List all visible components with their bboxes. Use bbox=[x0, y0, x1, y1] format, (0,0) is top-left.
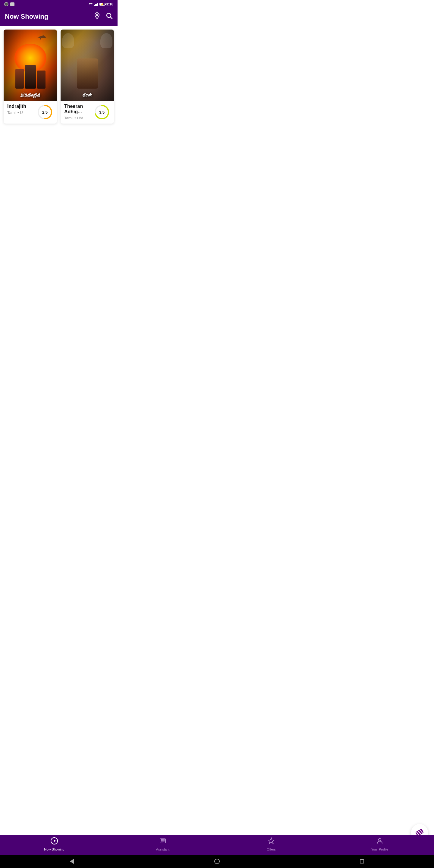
movie-text-indrajith: Indrajith Tamil • U bbox=[7, 104, 36, 115]
header-icons bbox=[93, 12, 113, 21]
charging-icon: ⚡ bbox=[100, 3, 104, 6]
movie-info-indrajith: Indrajith Tamil • U 2.5 bbox=[4, 101, 57, 124]
movie-grid: இந்திரஜித் Indrajith Tamil • U bbox=[0, 26, 118, 127]
movie-card-theeran[interactable]: தீரன் Theeran Adhig... Tamil • U/A bbox=[61, 30, 114, 124]
signal-bar-4 bbox=[97, 3, 98, 6]
status-left bbox=[4, 2, 14, 6]
movie-info-theeran: Theeran Adhig... Tamil • U/A 3.5 bbox=[61, 101, 114, 124]
movie-meta-theeran: Tamil • U/A bbox=[64, 116, 93, 120]
movie-title-theeran: Theeran Adhig... bbox=[64, 104, 93, 115]
status-bar: LTE ⚡ 3:16 bbox=[0, 0, 118, 8]
svg-point-0 bbox=[96, 14, 98, 16]
rating-value-indrajith: 2.5 bbox=[42, 110, 48, 115]
sim-icon bbox=[10, 2, 14, 6]
movie-title-indrajith: Indrajith bbox=[7, 104, 36, 109]
battery-icon: ⚡ bbox=[99, 3, 105, 6]
svg-line-2 bbox=[111, 17, 113, 19]
movie-text-theeran: Theeran Adhig... Tamil • U/A bbox=[64, 104, 93, 120]
movie-card-indrajith[interactable]: இந்திரஜித் Indrajith Tamil • U bbox=[4, 30, 57, 124]
rating-circle-theeran: 3.5 bbox=[93, 104, 110, 121]
rating-circle-indrajith: 2.5 bbox=[36, 104, 53, 121]
signal-bar-1 bbox=[94, 5, 95, 6]
poster-title-theeran-overlay: தீரன் bbox=[61, 30, 114, 101]
signal-bars bbox=[94, 2, 98, 6]
signal-bar-3 bbox=[96, 4, 97, 6]
location-icon[interactable] bbox=[93, 12, 101, 21]
status-time: 3:16 bbox=[106, 2, 113, 6]
content-area: இந்திரஜித் Indrajith Tamil • U bbox=[0, 26, 118, 166]
poster-theeran: தீரன் bbox=[61, 30, 114, 101]
rating-value-theeran: 3.5 bbox=[99, 110, 104, 115]
status-right: LTE ⚡ 3:16 bbox=[88, 2, 113, 6]
signal-bar-2 bbox=[95, 4, 96, 6]
header: Now Showing bbox=[0, 8, 118, 26]
poster-title-overlay: இந்திரஜித் bbox=[4, 30, 57, 101]
page-title: Now Showing bbox=[5, 13, 48, 21]
status-indicator bbox=[4, 2, 8, 6]
poster-indrajith: இந்திரஜித் bbox=[4, 30, 57, 101]
search-icon[interactable] bbox=[105, 12, 113, 21]
network-type: LTE bbox=[88, 3, 93, 6]
movie-meta-indrajith: Tamil • U bbox=[7, 110, 36, 115]
